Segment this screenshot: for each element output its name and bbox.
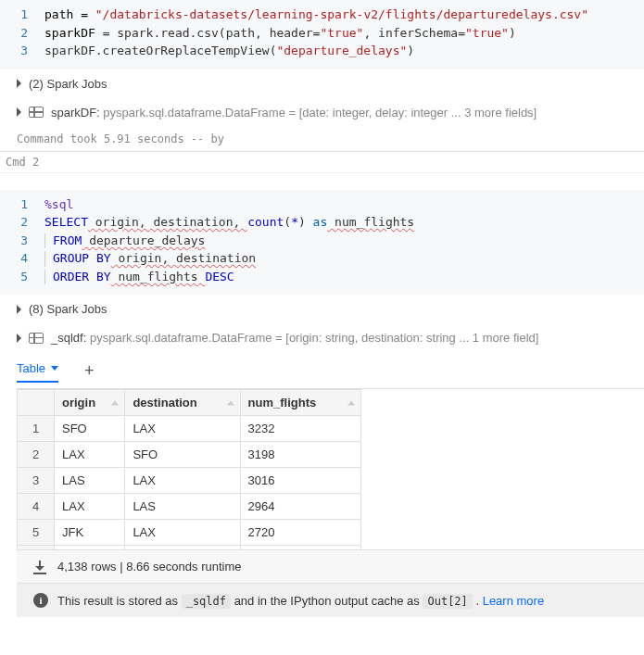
result-table-container[interactable]: origin destination num_flights 1SFOLAX32… xyxy=(17,388,644,549)
download-icon[interactable] xyxy=(33,561,46,573)
spark-jobs-label: (2) Spark Jobs xyxy=(29,77,107,91)
code-line: path = "/databricks-datasets/learning-sp… xyxy=(44,6,644,24)
table-corner xyxy=(18,390,55,416)
sort-icon xyxy=(347,400,355,405)
row-index: 4 xyxy=(18,494,55,520)
sort-icon xyxy=(227,400,234,405)
chevron-right-icon xyxy=(17,79,21,88)
cell-destination: LAX xyxy=(125,468,240,494)
cell-destination: LAX xyxy=(125,520,240,546)
dataframe-icon xyxy=(29,107,44,118)
tab-table[interactable]: Table xyxy=(17,361,58,383)
cell-origin: SFO xyxy=(55,416,125,442)
line-number: 3 xyxy=(0,232,44,250)
code-line: SELECT origin, destination, count(*) as … xyxy=(44,213,644,232)
code-line: sparkDF = spark.read.csv(path, header="t… xyxy=(44,24,644,43)
command-timing: Command took 5.91 seconds -- by xyxy=(0,127,644,152)
tab-table-label: Table xyxy=(17,361,45,375)
dataframe-type: pyspark.sql.dataframe.DataFrame = [date:… xyxy=(103,106,537,120)
cell-origin: LAS xyxy=(55,468,125,494)
code-cell-2[interactable]: 1 %sql 2 SELECT origin, destination, cou… xyxy=(0,190,644,296)
table-row[interactable]: 3LASLAX3016 xyxy=(18,468,361,494)
row-summary: 4,138 rows | 8.66 seconds runtime xyxy=(57,560,242,573)
column-header-destination[interactable]: destination xyxy=(125,390,240,416)
info-text: This result is stored as _sqldf and in t… xyxy=(57,594,544,608)
add-tab-button[interactable]: + xyxy=(84,362,95,383)
table-row[interactable]: 4LAXLAS2964 xyxy=(18,494,361,520)
dataframe-schema-toggle[interactable]: _sqldf: pyspark.sql.dataframe.DataFrame … xyxy=(0,323,644,352)
line-number: 2 xyxy=(0,213,44,232)
column-header-num-flights[interactable]: num_flights xyxy=(240,390,360,416)
code-cell-1[interactable]: 1 path = "/databricks-datasets/learning-… xyxy=(0,0,644,69)
dataframe-schema-toggle[interactable]: sparkDF: pyspark.sql.dataframe.DataFrame… xyxy=(0,98,644,127)
chevron-right-icon xyxy=(17,305,21,314)
column-header-origin[interactable]: origin xyxy=(55,390,125,416)
cell-num-flights: 3016 xyxy=(240,468,360,494)
line-number: 2 xyxy=(0,24,44,43)
code-line: ORDER BY num_flights DESC xyxy=(44,268,644,286)
command-label: Cmd 2 xyxy=(0,152,644,173)
cell-destination: SFO xyxy=(125,442,240,468)
table-row[interactable]: 1SFOLAX3232 xyxy=(18,416,361,442)
row-index: 1 xyxy=(18,416,55,442)
code-line: %sql xyxy=(44,195,644,214)
sqldf-chip: _sqldf xyxy=(182,594,231,609)
code-line: GROUP BY origin, destination xyxy=(44,249,644,268)
cell-num-flights: 3232 xyxy=(240,416,360,442)
result-table: origin destination num_flights 1SFOLAX32… xyxy=(17,389,361,549)
out-chip: Out[2] xyxy=(423,594,472,609)
dataframe-name: sparkDF: xyxy=(51,106,100,120)
result-info: i This result is stored as _sqldf and in… xyxy=(17,583,644,617)
cell-destination: LAS xyxy=(125,494,240,520)
cell-num-flights: 2720 xyxy=(240,520,360,546)
line-number: 1 xyxy=(0,6,44,24)
spark-jobs-toggle[interactable]: (8) Spark Jobs xyxy=(0,295,644,323)
learn-more-link[interactable]: Learn more xyxy=(483,594,544,608)
code-line: FROM departure_delays xyxy=(44,232,644,250)
row-index: 5 xyxy=(18,520,55,546)
cell-origin: JFK xyxy=(55,520,125,546)
dataframe-type: pyspark.sql.dataframe.DataFrame = [origi… xyxy=(90,331,538,345)
sort-icon xyxy=(111,400,119,405)
chevron-down-icon xyxy=(51,366,58,371)
dataframe-name: _sqldf: xyxy=(51,331,86,345)
info-icon: i xyxy=(33,593,48,608)
spark-jobs-toggle[interactable]: (2) Spark Jobs xyxy=(0,69,644,98)
line-number: 5 xyxy=(0,268,44,286)
result-footer: 4,138 rows | 8.66 seconds runtime xyxy=(17,549,644,583)
dataframe-icon xyxy=(29,333,44,344)
row-index: 2 xyxy=(18,442,55,468)
cell-num-flights: 2964 xyxy=(240,494,360,520)
spark-jobs-label: (8) Spark Jobs xyxy=(29,302,107,316)
row-index: 3 xyxy=(18,468,55,494)
cell-origin: LAX xyxy=(55,442,125,468)
cell-destination: LAX xyxy=(125,416,240,442)
cell-num-flights: 3198 xyxy=(240,442,360,468)
line-number: 1 xyxy=(0,195,44,214)
line-number: 3 xyxy=(0,42,44,60)
line-number: 4 xyxy=(0,249,44,268)
code-line: sparkDF.createOrReplaceTempView("departu… xyxy=(44,42,644,60)
table-row[interactable]: 5JFKLAX2720 xyxy=(18,520,361,546)
cell-origin: LAX xyxy=(55,494,125,520)
chevron-right-icon xyxy=(17,107,21,117)
table-row[interactable]: 2LAXSFO3198 xyxy=(18,442,361,468)
result-tabs: Table + xyxy=(0,352,644,388)
chevron-right-icon xyxy=(17,334,21,343)
